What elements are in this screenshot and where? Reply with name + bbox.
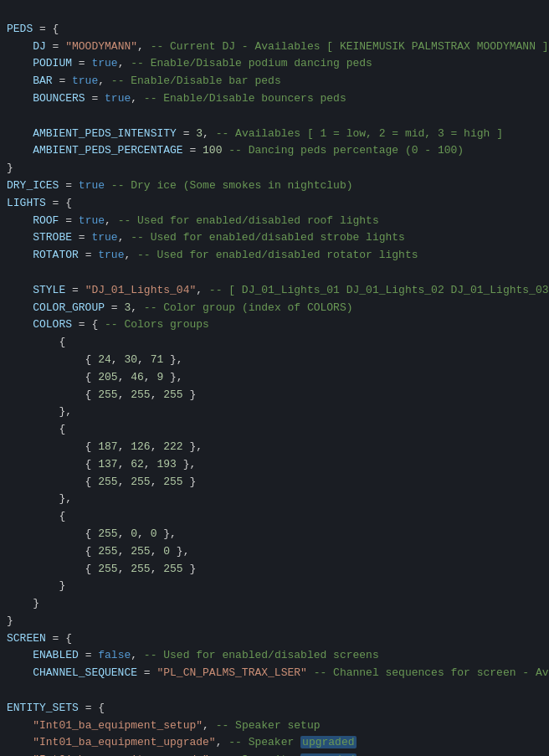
token: 255: [98, 388, 117, 401]
code-line: "Int01_ba_security_upgrade", -- Security…: [0, 752, 549, 756]
token: LIGHTS: [7, 197, 46, 209]
token: {: [7, 353, 98, 366]
highlighted-token: upgraded: [300, 736, 356, 748]
token: ,: [98, 75, 111, 87]
token: 205: [98, 371, 117, 383]
code-line: { 255, 255, 255 }: [0, 387, 549, 404]
code-line: STYLE = "DJ_01_Lights_04", -- [ DJ_01_Li…: [0, 282, 549, 300]
token: = {: [72, 318, 105, 331]
token: },: [183, 440, 203, 453]
token: = {: [79, 702, 105, 714]
token: = {: [46, 197, 72, 209]
token: },: [163, 353, 182, 366]
token: =: [72, 57, 91, 69]
token: },: [156, 527, 176, 540]
code-line: {: [0, 421, 549, 439]
code-line: { 187, 126, 222 },: [0, 439, 549, 456]
token: =: [85, 92, 105, 105]
token: [307, 666, 314, 679]
token: {: [7, 440, 98, 453]
token: -- Color group (index of COLORS): [144, 301, 353, 314]
token: ROTATOR: [7, 249, 79, 261]
token: SCREEN: [7, 632, 46, 645]
code-line: },: [0, 491, 549, 508]
code-line: }: [0, 578, 549, 595]
token: ,: [118, 458, 131, 471]
code-line: ROOF = true, -- Used for enabled/disable…: [0, 213, 549, 230]
token: 0: [163, 545, 170, 558]
token: ,: [151, 476, 164, 488]
token: "PL_CN_PALMS_TRAX_LSER": [156, 666, 306, 679]
token: }: [7, 615, 13, 627]
token: ,: [131, 649, 144, 661]
code-line: ENTITY_SETS = {: [0, 700, 549, 717]
code-line: { 255, 255, 0 },: [0, 543, 549, 561]
token: ENTITY_SETS: [7, 702, 79, 714]
token: ,: [196, 284, 209, 296]
token: PEDS: [7, 23, 33, 35]
code-line: },: [0, 404, 549, 421]
code-line: COLOR_GROUP = 3, -- Color group (index o…: [0, 300, 549, 317]
token: 3: [196, 127, 203, 140]
token: 255: [98, 563, 117, 575]
token: ROOF: [7, 214, 59, 227]
token: 255: [98, 545, 117, 558]
token: ,: [203, 127, 216, 140]
token: },: [170, 545, 189, 558]
token: BOUNCERS: [7, 92, 85, 105]
code-line: {: [0, 508, 549, 526]
token: ,: [111, 353, 125, 366]
token: true: [79, 179, 105, 192]
token: STYLE: [7, 284, 65, 296]
code-line: }: [0, 613, 549, 630]
token: {: [7, 388, 98, 401]
token: =: [183, 144, 203, 157]
token: -- Speaker setup: [216, 719, 321, 732]
token: true: [79, 214, 105, 227]
token: ,: [118, 440, 131, 453]
code-line: ENABLED = false, -- Used for enabled/dis…: [0, 647, 549, 665]
token: false: [98, 649, 131, 661]
code-line: { 255, 0, 0 },: [0, 526, 549, 543]
token: CHANNEL_SEQUENCE: [7, 666, 137, 679]
token: 100: [203, 144, 222, 157]
token: ,: [131, 301, 144, 314]
token: ,: [203, 719, 216, 732]
token: 255: [131, 563, 150, 575]
token: "DJ_01_Lights_04": [85, 284, 197, 296]
token: [105, 179, 111, 192]
token: =: [53, 75, 72, 87]
code-line: [0, 265, 549, 282]
token: 255: [98, 476, 117, 488]
token: ,: [131, 92, 144, 105]
token: ,: [137, 40, 151, 53]
token: =: [79, 649, 98, 661]
code-line: { 137, 62, 193 },: [0, 456, 549, 474]
token: -- Used for enabled/disabled rotator lig…: [137, 249, 418, 261]
token: 126: [131, 440, 150, 453]
token: {: [7, 476, 98, 488]
token: 30: [124, 353, 137, 366]
token: ,: [118, 527, 131, 540]
token: -- Enable/Disable podium dancing peds: [131, 57, 372, 69]
code-line: PODIUM = true, -- Enable/Disable podium …: [0, 55, 549, 73]
token: },: [7, 492, 72, 505]
token: }: [7, 579, 65, 592]
token: },: [163, 371, 182, 383]
token: "Int01_ba_equipment_upgrade": [33, 736, 215, 748]
code-editor: PEDS = { DJ = "MOODYMANN", -- Current DJ…: [0, 0, 549, 756]
code-line: COLORS = { -- Colors groups: [0, 316, 549, 334]
token: -- Used for enabled/disabled strobe ligh…: [131, 231, 405, 244]
token: =: [137, 666, 156, 679]
token: =: [59, 179, 78, 192]
token: -- [ DJ_01_Lights_01 DJ_01_Lights_02 DJ_…: [209, 284, 549, 296]
token: STROBE: [7, 231, 72, 244]
token: }: [7, 597, 39, 609]
token: -- Colors groups: [105, 318, 209, 331]
token: PODIUM: [7, 57, 72, 69]
token: 255: [163, 476, 182, 488]
token: }: [183, 563, 197, 575]
code-line: STROBE = true, -- Used for enabled/disab…: [0, 229, 549, 247]
token: =: [72, 231, 91, 244]
token: {: [7, 423, 65, 435]
